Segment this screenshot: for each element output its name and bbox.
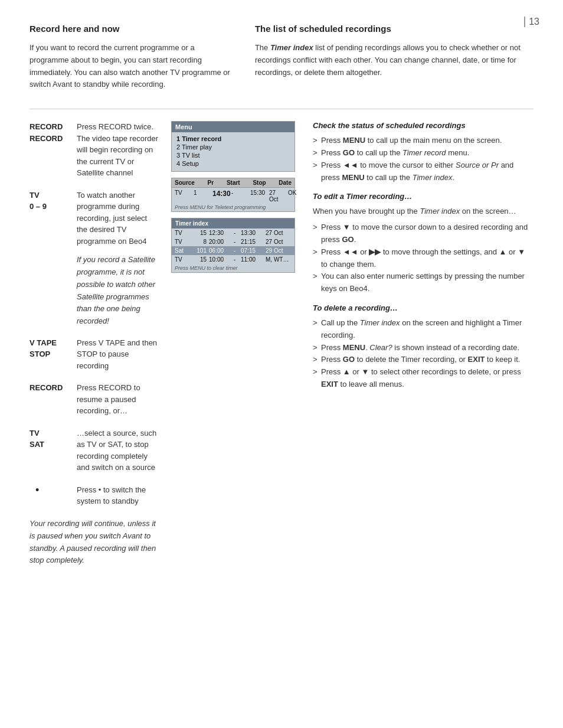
key-row-tv-09: TV0 – 9 To watch another programme durin… bbox=[30, 190, 159, 247]
delete-step-4: Press ▲ or ▼ to select other recordings … bbox=[313, 366, 533, 391]
timer-stop-1: 13:30 bbox=[241, 230, 263, 236]
menu-screen: Menu 1 Timer record 2 Timer play 3 TV li… bbox=[171, 121, 295, 172]
timer-start-4: 10:00 bbox=[209, 256, 231, 263]
key-list: RECORDRECORD Press RECORD twice. The vid… bbox=[30, 121, 159, 567]
instructions: Check the status of scheduled recordings… bbox=[313, 121, 533, 567]
bullet-row-standby: • Press • to switch the system to standb… bbox=[30, 484, 159, 507]
status-col-date: Date bbox=[279, 179, 292, 186]
timer-date-4: M, WT… bbox=[266, 256, 289, 263]
key-desc-record: Press RECORD to resume a paused recordin… bbox=[77, 382, 159, 417]
page: 13 Record here and now If you want to re… bbox=[0, 0, 563, 728]
key-row-tv-sat: TVSAT …select a source, such as TV or SA… bbox=[30, 427, 159, 474]
menu-item-2: 2 Timer play bbox=[176, 143, 290, 151]
edit-timer-list: Press ▼ to move the cursor down to a des… bbox=[313, 221, 533, 295]
check-status-section: Check the status of scheduled recordings… bbox=[313, 121, 533, 184]
timer-row-1: TV 15 12:30 - 13:30 27 Oct bbox=[172, 228, 294, 237]
check-status-list: Press MENU to call up the main menu on t… bbox=[313, 135, 533, 184]
status-start: 14:30 bbox=[212, 190, 229, 203]
timer-start-3: 06:00 bbox=[209, 247, 231, 254]
right-section-title: The list of scheduled recordings bbox=[255, 24, 533, 34]
main-content: RECORDRECORD Press RECORD twice. The vid… bbox=[30, 121, 533, 567]
timer-row-3: Sat 101 06:00 - 07:15 29 Oct bbox=[172, 246, 294, 255]
key-desc-tv-09: To watch another programme during record… bbox=[77, 190, 159, 247]
timer-screen-title: Timer index bbox=[172, 218, 294, 228]
bullet-symbol: • bbox=[30, 484, 77, 497]
timer-stop-2: 21:15 bbox=[241, 239, 263, 245]
status-screen-row: TV 1 14:30 - 15:30 27 Oct OK bbox=[172, 188, 294, 203]
edit-timer-intro: When you have brought up the Timer index… bbox=[313, 205, 533, 218]
delete-step-1: Call up the Timer index on the screen an… bbox=[313, 317, 533, 342]
key-row-record: RECORD Press RECORD to resume a paused r… bbox=[30, 382, 159, 417]
key-label-record-record: RECORDRECORD bbox=[30, 121, 77, 144]
key-row-vtape-stop: V TAPESTOP Press V TAPE and then STOP to… bbox=[30, 337, 159, 372]
status-date: 27 Oct bbox=[269, 190, 286, 203]
menu-item-4: 4 Setup bbox=[176, 159, 290, 168]
timer-source-2: TV bbox=[175, 239, 191, 245]
timer-date-2: 27 Oct bbox=[266, 239, 289, 245]
edit-timer-title: To edit a Timer recording… bbox=[313, 192, 533, 201]
timer-start-2: 20:00 bbox=[209, 239, 231, 245]
menu-screen-title: Menu bbox=[172, 122, 294, 132]
status-col-stop: Stop bbox=[253, 179, 266, 186]
timer-row-2: TV 8 20:00 - 21:15 27 Oct bbox=[172, 237, 294, 246]
menu-item-1: 1 Timer record bbox=[176, 135, 290, 143]
status-source: TV bbox=[175, 190, 191, 203]
left-section-intro: If you want to record the current progra… bbox=[30, 42, 231, 91]
left-section-title: Record here and now bbox=[30, 24, 231, 34]
key-desc-vtape-stop: Press V TAPE and then STOP to pause reco… bbox=[77, 337, 159, 372]
timer-pr-2: 8 bbox=[194, 239, 207, 245]
italic-note: If you record a Satellite programme, it … bbox=[77, 254, 159, 328]
timer-source-1: TV bbox=[175, 230, 191, 236]
status-screen-footer: Press MENU for Teletext programming bbox=[172, 203, 294, 211]
delete-step-2: Press MENU. Clear? is shown instead of a… bbox=[313, 342, 533, 354]
check-status-step-1: Press MENU to call up the main menu on t… bbox=[313, 135, 533, 147]
status-col-source: Source bbox=[175, 179, 195, 186]
status-dash: - bbox=[231, 190, 248, 203]
timer-row-4: TV 15 10:00 - 11:00 M, WT… bbox=[172, 255, 294, 264]
delete-recording-list: Call up the Timer index on the screen an… bbox=[313, 317, 533, 391]
timer-stop-3: 07:15 bbox=[241, 247, 263, 254]
check-status-step-3: Press ◄◄ to move the cursor to either So… bbox=[313, 159, 533, 184]
check-status-step-2: Press GO to call up the Timer record men… bbox=[313, 147, 533, 159]
menu-item-3: 3 TV list bbox=[176, 151, 290, 159]
right-column: The list of scheduled recordings The Tim… bbox=[255, 24, 533, 91]
timer-pr-4: 15 bbox=[194, 256, 207, 263]
timer-start-1: 12:30 bbox=[209, 230, 231, 236]
left-column: Record here and now If you want to recor… bbox=[30, 24, 231, 91]
key-desc-tv-sat: …select a source, such as TV or SAT, to … bbox=[77, 427, 159, 474]
timer-screen: Timer index TV 15 12:30 - 13:30 27 Oct T… bbox=[171, 218, 295, 273]
key-label-vtape-stop: V TAPESTOP bbox=[30, 337, 77, 360]
key-label-tv-sat: TVSAT bbox=[30, 427, 77, 450]
right-section-intro: The Timer index list of pending recordin… bbox=[255, 42, 533, 79]
timer-screen-footer: Press MENU to clear timer bbox=[172, 264, 294, 272]
top-section: Record here and now If you want to recor… bbox=[30, 24, 533, 91]
edit-timer-section: To edit a Timer recording… When you have… bbox=[313, 192, 533, 295]
menu-screen-items: 1 Timer record 2 Timer play 3 TV list 4 … bbox=[172, 132, 294, 171]
status-stop: 15:30 bbox=[250, 190, 267, 203]
timer-stop-4: 11:00 bbox=[241, 256, 263, 263]
status-screen: Source Pr Start Stop Date TV 1 14:30 - 1… bbox=[171, 178, 295, 212]
page-number: 13 bbox=[524, 17, 539, 27]
delete-step-3: Press GO to delete the Timer recording, … bbox=[313, 354, 533, 366]
timer-source-4: TV bbox=[175, 256, 191, 263]
key-label-tv-09: TV0 – 9 bbox=[30, 190, 77, 213]
timer-pr-3: 101 bbox=[194, 247, 207, 254]
status-ok: OK bbox=[288, 190, 305, 203]
footer-note: Your recording will continue, unless it … bbox=[30, 518, 159, 567]
status-screen-header: Source Pr Start Stop Date bbox=[172, 178, 294, 188]
timer-date-3: 29 Oct bbox=[266, 247, 289, 254]
key-desc-record-record: Press RECORD twice. The video tape recor… bbox=[77, 121, 159, 179]
check-status-title: Check the status of scheduled recordings bbox=[313, 121, 533, 130]
delete-recording-section: To delete a recording… Call up the Timer… bbox=[313, 303, 533, 391]
divider bbox=[30, 109, 533, 109]
key-row-record-record: RECORDRECORD Press RECORD twice. The vid… bbox=[30, 121, 159, 179]
timer-pr-1: 15 bbox=[194, 230, 207, 236]
delete-recording-title: To delete a recording… bbox=[313, 303, 533, 312]
edit-timer-step-1: Press ▼ to move the cursor down to a des… bbox=[313, 221, 533, 246]
status-col-start: Start bbox=[227, 179, 240, 186]
status-col-pr: Pr bbox=[208, 179, 214, 186]
edit-timer-step-3: You can also enter numeric settings by p… bbox=[313, 270, 533, 295]
key-label-record: RECORD bbox=[30, 382, 77, 394]
timer-date-1: 27 Oct bbox=[266, 230, 289, 236]
edit-timer-step-2: Press ◄◄ or ▶▶ to move through the setti… bbox=[313, 246, 533, 271]
